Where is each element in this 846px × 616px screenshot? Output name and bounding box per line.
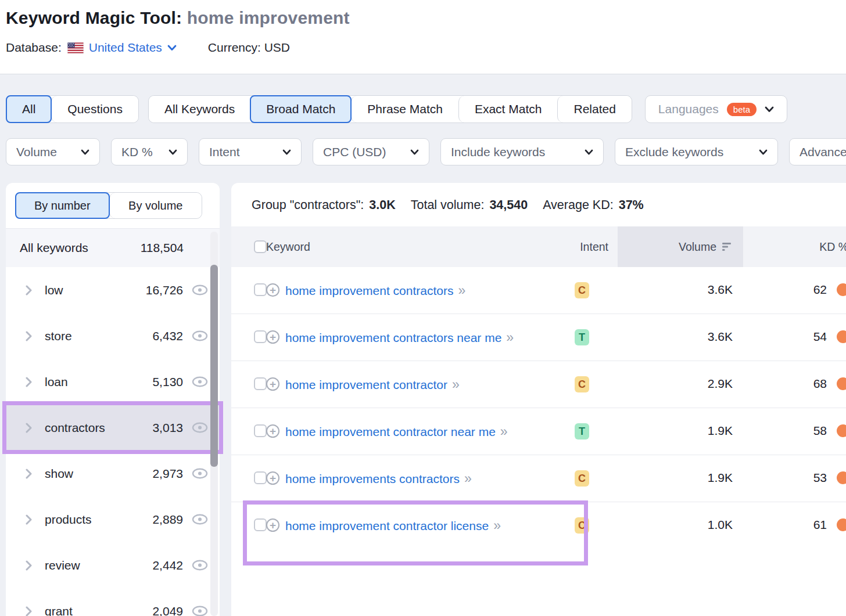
- row-checkbox[interactable]: [254, 330, 267, 343]
- chevron-right-icon[interactable]: [26, 469, 32, 479]
- chevron-down-icon: [81, 149, 89, 155]
- sidebar-group-products[interactable]: products 2,889: [6, 496, 220, 542]
- volume-value: 3.6K: [618, 282, 743, 297]
- plus-circle-icon[interactable]: +: [266, 377, 279, 391]
- sidebar-scrollbar[interactable]: [210, 232, 218, 616]
- chevron-right-icon[interactable]: [26, 423, 32, 433]
- tab-exact-match[interactable]: Exact Match: [458, 96, 558, 123]
- keyword-link[interactable]: home improvement contractor license: [285, 519, 489, 532]
- group-list: low 16,726 store 6,432 loan 5,130 contra…: [6, 267, 220, 616]
- toggle-by-volume[interactable]: By volume: [109, 193, 202, 218]
- sidebar-group-review[interactable]: review 2,442: [6, 542, 220, 588]
- group-label: store: [45, 329, 152, 343]
- chevron-right-icon[interactable]: [26, 514, 32, 525]
- plus-circle-icon[interactable]: +: [266, 471, 279, 485]
- column-header-intent[interactable]: Intent: [565, 226, 618, 267]
- tab-all-keywords[interactable]: All Keywords: [149, 96, 250, 123]
- row-checkbox[interactable]: [254, 377, 267, 390]
- plus-circle-icon[interactable]: +: [266, 283, 279, 297]
- eye-icon[interactable]: [192, 560, 208, 571]
- tab-label: Exact Match: [475, 102, 542, 116]
- filter-volume[interactable]: Volume: [6, 138, 100, 165]
- column-header-volume[interactable]: Volume: [618, 226, 743, 267]
- chevron-right-icon[interactable]: [26, 606, 32, 616]
- plus-circle-icon[interactable]: +: [266, 330, 279, 344]
- tab-label: Phrase Match: [367, 102, 443, 116]
- sidebar-group-store[interactable]: store 6,432: [6, 313, 220, 359]
- filter-include-keywords[interactable]: Include keywords: [440, 138, 604, 165]
- chevron-right-icon[interactable]: [26, 285, 32, 296]
- summary-line: Group "contractors": 3.0K Total volume: …: [231, 183, 846, 226]
- chevron-down-icon: [167, 45, 177, 51]
- eye-icon[interactable]: [192, 606, 208, 616]
- group-count: 5,130: [152, 375, 183, 389]
- tab-phrase-match[interactable]: Phrase Match: [351, 96, 458, 123]
- filter-exclude-keywords[interactable]: Exclude keywords: [615, 138, 778, 165]
- group-count: 6,432: [152, 329, 183, 343]
- eye-icon[interactable]: [192, 284, 208, 296]
- all-keywords-row[interactable]: All keywords 118,504: [6, 229, 220, 267]
- sidebar-group-loan[interactable]: loan 5,130: [6, 359, 220, 405]
- chevron-right-icon[interactable]: [26, 560, 32, 571]
- languages-label: Languages: [658, 102, 719, 116]
- sidebar-group-contractors[interactable]: contractors 3,013: [6, 405, 220, 451]
- keyword-cell: + home improvement contractor near me»: [266, 423, 565, 441]
- filter-intent[interactable]: Intent: [199, 138, 302, 165]
- double-chevron-icon[interactable]: »: [458, 283, 465, 298]
- tab-all[interactable]: All: [6, 95, 52, 123]
- toggle-by-number[interactable]: By number: [15, 192, 110, 219]
- group-label: contractors: [45, 421, 152, 435]
- sort-toggle-group: By number By volume: [15, 192, 202, 219]
- double-chevron-icon[interactable]: »: [506, 330, 514, 345]
- chevron-down-icon: [282, 149, 291, 155]
- sidebar-group-low[interactable]: low 16,726: [6, 267, 220, 313]
- keyword-link[interactable]: home improvement contractors near me: [285, 331, 501, 344]
- plus-circle-icon[interactable]: +: [266, 424, 279, 438]
- select-all-checkbox[interactable]: [254, 240, 267, 253]
- row-checkbox[interactable]: [254, 424, 267, 437]
- double-chevron-icon[interactable]: »: [452, 377, 460, 392]
- filter-advanced-filters[interactable]: Advanced filters: [789, 138, 846, 165]
- tab-questions[interactable]: Questions: [51, 96, 138, 123]
- question-tab-group: All Questions: [6, 95, 139, 123]
- eye-icon[interactable]: [192, 330, 208, 341]
- keyword-link[interactable]: home improvement contractor: [285, 378, 447, 391]
- table-row: + home improvement contractor» C 2.9K 68: [231, 361, 846, 408]
- keyword-link[interactable]: home improvement contractor near me: [285, 425, 496, 438]
- double-chevron-icon[interactable]: »: [493, 518, 501, 533]
- filter-cpc-usd[interactable]: CPC (USD): [313, 138, 429, 165]
- double-chevron-icon[interactable]: »: [500, 424, 508, 439]
- group-count: 3,013: [152, 421, 183, 435]
- eye-icon[interactable]: [192, 468, 208, 479]
- tab-related[interactable]: Related: [557, 96, 631, 123]
- row-checkbox[interactable]: [254, 471, 267, 484]
- plus-circle-icon[interactable]: +: [266, 518, 279, 532]
- sidebar-group-show[interactable]: show 2,973: [6, 451, 220, 496]
- eye-icon[interactable]: [192, 422, 208, 433]
- row-checkbox[interactable]: [254, 283, 267, 296]
- keyword-link[interactable]: home improvement contractors: [285, 284, 453, 297]
- filter-kd[interactable]: KD %: [111, 138, 188, 165]
- row-checkbox[interactable]: [254, 518, 267, 531]
- keyword-link[interactable]: home improvements contractors: [285, 472, 460, 485]
- eye-icon[interactable]: [192, 514, 208, 525]
- tab-label: By volume: [128, 199, 182, 212]
- kd-value: 62: [813, 283, 827, 297]
- group-label: products: [45, 513, 152, 527]
- tab-broad-match[interactable]: Broad Match: [250, 95, 352, 123]
- column-header-keyword[interactable]: Keyword: [266, 226, 565, 267]
- chevron-right-icon[interactable]: [26, 377, 32, 387]
- table-header: Keyword Intent Volume KD %: [231, 226, 846, 267]
- scrollbar-thumb[interactable]: [210, 265, 218, 467]
- database-selector[interactable]: United States: [89, 41, 177, 55]
- group-count: 2,442: [152, 559, 183, 572]
- chevron-right-icon[interactable]: [26, 331, 32, 341]
- group-count: 2,049: [152, 604, 183, 616]
- column-header-kd[interactable]: KD %: [743, 226, 846, 267]
- volume-value: 1.9K: [618, 423, 743, 438]
- sidebar-group-grant[interactable]: grant 2,049: [6, 588, 220, 616]
- languages-dropdown[interactable]: Languages beta: [645, 95, 787, 123]
- beta-badge: beta: [727, 103, 757, 116]
- eye-icon[interactable]: [192, 376, 208, 387]
- double-chevron-icon[interactable]: »: [464, 471, 472, 486]
